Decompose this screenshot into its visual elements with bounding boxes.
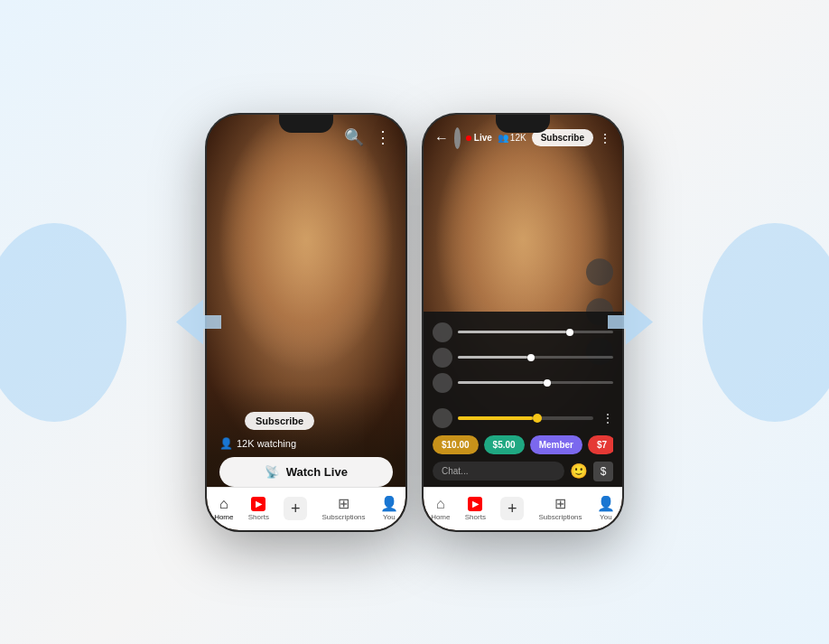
volume-row: ⋮ xyxy=(433,404,613,430)
volume-slider[interactable] xyxy=(458,416,593,420)
superchat-member[interactable]: Member xyxy=(530,435,582,454)
back-icon[interactable]: ← xyxy=(434,130,449,146)
nav-shorts[interactable]: ▶ Shorts xyxy=(248,497,269,521)
slider-icon-3 xyxy=(433,373,452,393)
nav-subscriptions[interactable]: ⊞ Subscriptions xyxy=(322,497,366,521)
slider-icon-2 xyxy=(433,348,452,368)
nav2-home[interactable]: ⌂ Home xyxy=(431,497,450,521)
slider-track-2[interactable] xyxy=(458,356,613,359)
subscriptions-icon: ⊞ xyxy=(554,497,566,511)
slider-icon-1 xyxy=(433,322,452,342)
superchat-5[interactable]: $5.00 xyxy=(484,435,525,454)
nav-create[interactable]: + xyxy=(284,497,307,520)
chat-input-row: Chat... 🙂 $ xyxy=(433,458,613,481)
chat-input[interactable]: Chat... xyxy=(433,462,564,481)
slider-track-1[interactable] xyxy=(458,331,613,333)
viewer-icon: 👥 xyxy=(498,133,508,143)
nav2-create[interactable]: + xyxy=(500,497,524,520)
nav-you[interactable]: 👤 You xyxy=(380,497,398,521)
watch-live-button[interactable]: 📡 Watch Live xyxy=(219,457,393,487)
you-avatar-icon: 👤 xyxy=(597,497,615,511)
superchat-row: $10.00 $5.00 Member $7 xyxy=(433,430,613,458)
phone1-screen: 🔍 ⋮ Subscribe 👤 12K watching 📡 Watch Liv… xyxy=(207,115,405,530)
nav2-shorts[interactable]: ▶ Shorts xyxy=(465,497,486,521)
you-icon: 👤 xyxy=(380,497,398,511)
person-icon: 👤 xyxy=(219,437,233,450)
emoji-button[interactable]: 🙂 xyxy=(570,462,588,480)
broadcast-icon: 📡 xyxy=(265,465,279,479)
arrow-left xyxy=(176,300,221,345)
live-indicator xyxy=(466,135,471,141)
create-icon: + xyxy=(284,497,307,520)
control-button-1[interactable] xyxy=(586,258,613,285)
phone2-bottom-panel: ⋮ $10.00 $5.00 Member $7 xyxy=(424,312,622,487)
phone1-navbar: ⌂ Home ▶ Shorts + ⊞ Subscriptions 👤 You xyxy=(207,487,405,530)
shorts-icon: ▶ xyxy=(251,497,265,511)
subscriptions-icon: ⊞ xyxy=(338,497,349,511)
phone2-notch xyxy=(496,115,550,133)
more-options-icon[interactable]: ⋮ xyxy=(599,131,611,145)
more-options-icon[interactable]: ⋮ xyxy=(375,127,391,147)
search-icon[interactable]: 🔍 xyxy=(344,127,364,147)
subscribe-pill[interactable]: Subscribe xyxy=(245,412,314,430)
slider-track-3[interactable] xyxy=(458,381,613,384)
streamer-avatar xyxy=(454,127,461,149)
phone2-screen: ← Live 👥 12K Subscribe ⋮ xyxy=(424,115,622,530)
live-badge: Live xyxy=(466,133,492,143)
phones-container: 🔍 ⋮ Subscribe 👤 12K watching 📡 Watch Liv… xyxy=(207,115,622,530)
slider-row-2 xyxy=(433,348,613,368)
sliders-area xyxy=(433,319,613,404)
superchat-button[interactable]: $ xyxy=(593,462,613,481)
phone-1: 🔍 ⋮ Subscribe 👤 12K watching 📡 Watch Liv… xyxy=(207,115,405,530)
slider-row-1 xyxy=(433,322,613,342)
phone2-navbar: ⌂ Home ▶ Shorts + ⊞ Subscriptions 👤 You xyxy=(424,487,622,530)
nav2-subscriptions[interactable]: ⊞ Subscriptions xyxy=(539,497,582,521)
nav-home[interactable]: ⌂ Home xyxy=(214,497,233,521)
home-icon: ⌂ xyxy=(436,497,445,511)
slider-row-3 xyxy=(433,373,613,393)
superchat-7[interactable]: $7 xyxy=(588,435,613,454)
viewer-count: 👥 12K xyxy=(498,133,526,143)
arrow-right xyxy=(608,300,653,345)
create-icon: + xyxy=(500,497,524,520)
superchat-10[interactable]: $10.00 xyxy=(433,435,479,454)
phone1-notch xyxy=(279,115,333,133)
watching-row: 👤 12K watching xyxy=(219,437,393,450)
volume-icon xyxy=(433,408,452,428)
more-options-small[interactable]: ⋮ xyxy=(602,412,613,425)
phone-2: ← Live 👥 12K Subscribe ⋮ xyxy=(424,115,622,530)
phone1-bottom: Subscribe 👤 12K watching 📡 Watch Live xyxy=(207,412,405,487)
nav2-you[interactable]: 👤 You xyxy=(597,497,615,521)
shorts-icon: ▶ xyxy=(468,497,482,511)
home-icon: ⌂ xyxy=(219,497,228,511)
